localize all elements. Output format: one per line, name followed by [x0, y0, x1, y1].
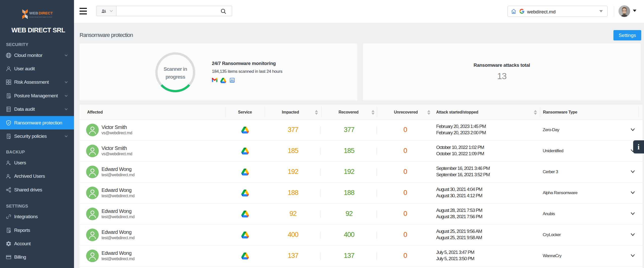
svg-text:WEB: WEB — [29, 11, 38, 15]
svg-text:BUSINESS RELATIONSHIP BASED ON: BUSINESS RELATIONSHIP BASED ON TRUST — [29, 16, 52, 18]
svg-text:DIRECT: DIRECT — [39, 11, 53, 15]
